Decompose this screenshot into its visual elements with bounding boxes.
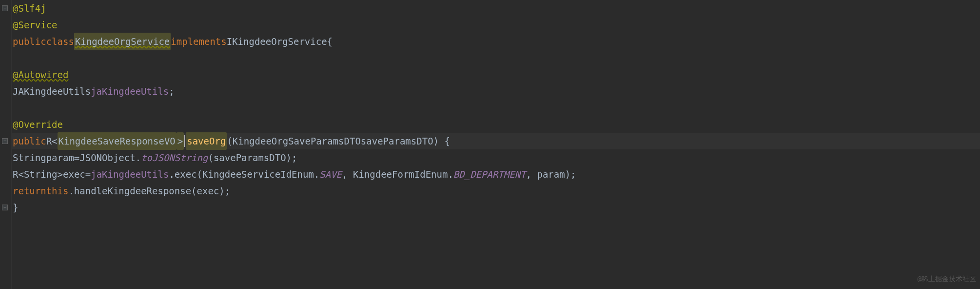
keyword: class <box>46 33 74 50</box>
code-line[interactable] <box>12 100 980 116</box>
code-line[interactable]: R<String> exec = jaKingdeeUtils.exec(Kin… <box>12 166 980 183</box>
keyword: return <box>13 183 46 199</box>
code-line[interactable]: JAKingdeeUtils jaKingdeeUtils; <box>12 83 980 100</box>
code-line[interactable]: String param = JSONObject.toJSONString(s… <box>12 149 980 166</box>
enum-class: KingdeeFormIdEnum <box>353 166 448 183</box>
fold-marker-icon[interactable]: − <box>2 138 8 144</box>
code-line[interactable]: } <box>12 199 980 216</box>
param-type: KingdeeOrgSaveParamsDTO <box>233 133 361 149</box>
class-ref: JSONObject <box>79 149 135 166</box>
generic-type: String <box>24 166 58 183</box>
arg: param <box>537 166 565 183</box>
keyword: implements <box>171 33 226 50</box>
brace: { <box>327 33 333 50</box>
arg: saveParamsDTO <box>214 149 286 166</box>
method-name: saveOrg <box>186 132 227 150</box>
arg: exec <box>197 183 219 199</box>
class-name: KingdeeOrgService <box>74 33 171 50</box>
generic-type: KingdeeSaveResponseVO <box>58 132 176 150</box>
annotation: @Service <box>13 17 58 33</box>
code-line[interactable]: @Slf4j <box>12 0 980 17</box>
keyword: public <box>13 33 46 50</box>
static-method: toJSONString <box>141 149 208 166</box>
code-editor[interactable]: − − − @Slf4j @Service public class Kingd… <box>0 0 980 289</box>
param-name: saveParamsDTO <box>361 133 433 149</box>
enum-value: BD_DEPARTMENT <box>453 166 526 183</box>
method-call: handleKingdeeResponse <box>74 183 191 199</box>
code-area[interactable]: @Slf4j @Service public class KingdeeOrgS… <box>12 0 980 289</box>
keyword: this <box>46 183 69 199</box>
code-line[interactable]: @Service <box>12 17 980 33</box>
caret-icon <box>184 135 185 147</box>
field-ref: jaKingdeeUtils <box>91 166 169 183</box>
var-name: param <box>46 149 74 166</box>
keyword: public <box>13 133 46 149</box>
field-type: JAKingdeeUtils <box>13 83 91 100</box>
fold-marker-icon[interactable]: − <box>2 5 8 11</box>
code-line-current[interactable]: public R<KingdeeSaveResponseVO> saveOrg(… <box>12 133 980 149</box>
enum-value: SAVE <box>319 166 342 183</box>
method-call: exec <box>175 166 197 183</box>
code-line[interactable]: @Override <box>12 116 980 133</box>
code-line[interactable] <box>12 50 980 66</box>
field-name: jaKingdeeUtils <box>91 83 169 100</box>
return-type: R <box>46 133 52 149</box>
var-type: R <box>13 166 18 183</box>
annotation: @Autowired <box>13 66 68 83</box>
brace: } <box>13 199 18 216</box>
var-name: exec <box>63 166 85 183</box>
annotation: @Override <box>13 116 63 133</box>
enum-class: KingdeeServiceIdEnum <box>202 166 314 183</box>
interface-name: IKingdeeOrgService <box>227 33 327 50</box>
gutter[interactable]: − − − <box>0 0 12 289</box>
fold-marker-icon[interactable]: − <box>2 205 8 210</box>
code-line[interactable]: public class KingdeeOrgService implement… <box>12 33 980 50</box>
code-line[interactable]: return this.handleKingdeeResponse(exec); <box>12 183 980 199</box>
watermark: @稀土掘金技术社区 <box>918 270 976 287</box>
annotation: @Slf4j <box>13 0 46 17</box>
code-line[interactable]: @Autowired <box>12 66 980 83</box>
var-type: String <box>13 149 46 166</box>
